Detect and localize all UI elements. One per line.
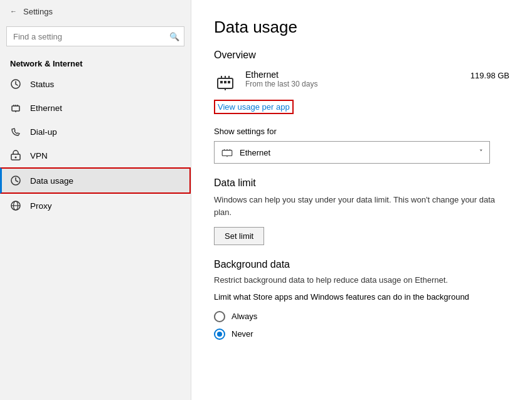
radio-never-label: Never	[231, 329, 253, 339]
app-title: Settings	[23, 7, 53, 16]
set-limit-button[interactable]: Set limit	[214, 227, 264, 245]
radio-group: Always Never	[214, 311, 509, 340]
sidebar-item-dialup-label: Dial-up	[30, 127, 57, 137]
sidebar: ← Settings 🔍 Network & Internet Status E…	[0, 0, 191, 400]
svg-rect-12	[222, 150, 232, 156]
bg-data-sublabel: Limit what Store apps and Windows featur…	[214, 291, 477, 303]
radio-never-inner	[217, 332, 222, 337]
show-settings-label: Show settings for	[214, 127, 509, 136]
view-usage-link-wrapper: View usage per app	[214, 100, 294, 114]
sidebar-item-status-label: Status	[30, 80, 54, 89]
sidebar-section-label: Network & Internet	[0, 55, 191, 72]
status-icon	[10, 78, 21, 90]
svg-rect-11	[228, 81, 230, 83]
overview-ethernet-usage: 119.98 GB	[471, 70, 509, 80]
sidebar-item-vpn[interactable]: VPN	[0, 144, 191, 167]
dialup-icon	[10, 126, 21, 137]
sidebar-item-data-usage[interactable]: Data usage	[0, 167, 191, 194]
back-button[interactable]: ←	[10, 8, 17, 15]
bg-data-desc: Restrict background data to help reduce …	[214, 275, 509, 285]
svg-rect-10	[224, 81, 226, 83]
radio-always[interactable]: Always	[214, 311, 509, 322]
search-input[interactable]	[6, 26, 184, 46]
view-usage-per-app-link[interactable]: View usage per app	[215, 101, 292, 113]
sidebar-item-status[interactable]: Status	[0, 72, 191, 96]
overview-heading: Overview	[214, 50, 509, 61]
sidebar-item-data-usage-label: Data usage	[30, 176, 73, 186]
overview-ethernet-icon	[214, 71, 237, 93]
overview-info: Ethernet From the last 30 days	[245, 70, 462, 88]
page-title: Data usage	[214, 18, 509, 37]
search-box: 🔍	[6, 26, 184, 46]
sidebar-item-proxy[interactable]: Proxy	[0, 194, 191, 218]
svg-rect-1	[12, 106, 19, 111]
data-usage-icon	[10, 175, 21, 186]
svg-point-3	[15, 157, 17, 159]
sidebar-item-ethernet-label: Ethernet	[30, 103, 62, 113]
radio-never-circle	[214, 329, 225, 340]
title-bar: ← Settings	[0, 0, 191, 23]
svg-rect-9	[220, 81, 223, 83]
radio-always-circle	[214, 311, 225, 322]
overview-row: Ethernet From the last 30 days 119.98 GB	[214, 70, 509, 93]
proxy-icon	[10, 200, 21, 211]
data-limit-desc: Windows can help you stay under your dat…	[214, 194, 509, 218]
search-icon: 🔍	[169, 32, 179, 41]
ethernet-icon	[10, 102, 21, 113]
sidebar-item-ethernet[interactable]: Ethernet	[0, 96, 191, 120]
sidebar-item-dialup[interactable]: Dial-up	[0, 120, 191, 144]
radio-always-label: Always	[231, 312, 257, 321]
show-settings-dropdown[interactable]: Ethernet ˅	[214, 141, 490, 164]
overview-ethernet-name: Ethernet	[245, 70, 462, 80]
sidebar-item-vpn-label: VPN	[30, 151, 48, 161]
sidebar-item-proxy-label: Proxy	[30, 201, 52, 211]
main-content: Data usage Overview Ethernet From the la…	[191, 0, 532, 400]
dropdown-arrow-icon: ˅	[479, 149, 483, 157]
dropdown-wrapper: Ethernet ˅	[214, 141, 509, 164]
radio-never[interactable]: Never	[214, 329, 509, 340]
vpn-icon	[10, 150, 21, 161]
dropdown-ethernet-icon	[221, 147, 233, 157]
data-limit-heading: Data limit	[214, 177, 509, 189]
dropdown-value: Ethernet	[240, 148, 473, 157]
overview-ethernet-sub: From the last 30 days	[245, 80, 462, 88]
bg-data-heading: Background data	[214, 259, 509, 270]
